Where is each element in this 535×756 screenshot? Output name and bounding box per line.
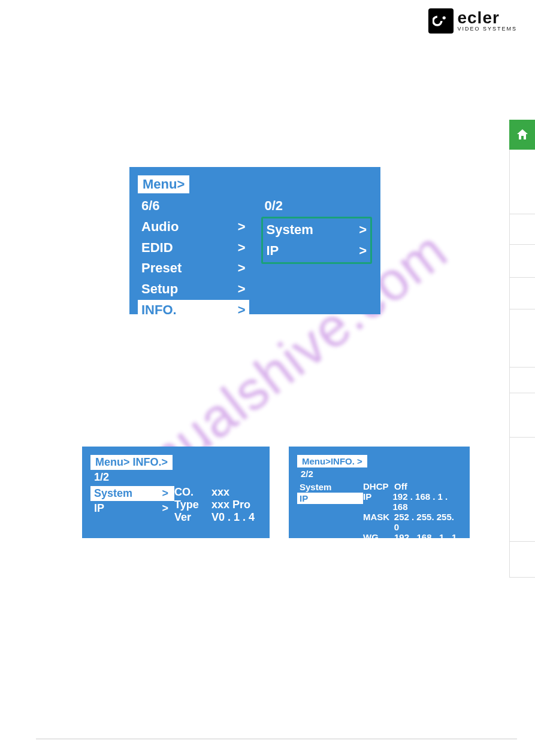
side-tab[interactable] xyxy=(509,368,535,393)
info-row-ip: IP192 . 168 . 1 . 168 xyxy=(363,491,461,512)
chevron-right-icon: > xyxy=(238,280,246,299)
highlight-box: System> IP> xyxy=(261,217,373,265)
menu-counter: 6/6 xyxy=(138,196,249,217)
home-icon xyxy=(515,127,530,142)
menu-item-ip[interactable]: IP xyxy=(297,493,363,504)
breadcrumb: Menu> xyxy=(138,175,189,193)
info-row-co: CO.xxx xyxy=(174,486,261,499)
info-row-dhcp: DHCPOff xyxy=(363,481,461,491)
home-tab[interactable] xyxy=(509,120,535,150)
brand-name: ecler xyxy=(457,10,517,25)
side-tab[interactable] xyxy=(509,393,535,438)
side-tab[interactable] xyxy=(509,542,535,578)
chevron-right-icon: > xyxy=(238,239,246,257)
chevron-right-icon: > xyxy=(238,301,246,320)
menu-counter: 2/2 xyxy=(297,467,461,480)
menu-item-preset[interactable]: Preset> xyxy=(138,258,249,279)
menu-screenshot-top: Menu> 6/6 Audio> EDID> Preset> Setup> IN… xyxy=(129,167,380,314)
brand-subtitle: VIDEO SYSTEMS xyxy=(457,26,517,32)
info-row-mac: MAC0008-DC40-7454 xyxy=(363,542,461,563)
menu-left-column: 6/6 Audio> EDID> Preset> Setup> INFO.> xyxy=(138,196,249,321)
chevron-right-icon: > xyxy=(238,259,246,278)
menu-screenshot-ip: Menu>INFO. > 2/2 System IP DHCPOff IP192… xyxy=(289,447,470,538)
chevron-right-icon: > xyxy=(359,221,367,239)
menu-counter: 1/2 xyxy=(90,470,261,485)
page: ecler VIDEO SYSTEMS manualshive.com Menu… xyxy=(0,0,535,756)
side-tab[interactable] xyxy=(509,278,535,309)
logo-mark-icon xyxy=(428,8,454,34)
menu-item-edid[interactable]: EDID> xyxy=(138,238,249,259)
menu-item-audio[interactable]: Audio> xyxy=(138,217,249,238)
info-row-mask: MASK252 . 255. 255. 0 xyxy=(363,512,461,532)
menu-right-column: 0/2 System> IP> xyxy=(261,196,373,321)
chevron-right-icon: > xyxy=(359,242,367,260)
side-tab[interactable] xyxy=(509,214,535,245)
side-tab[interactable] xyxy=(509,309,535,368)
chevron-right-icon: > xyxy=(238,218,246,236)
info-row-type: Typexxx Pro xyxy=(174,499,261,511)
menu-item-system[interactable]: System xyxy=(297,481,363,493)
menu-item-ip[interactable]: IP> xyxy=(263,241,371,262)
logo-text: ecler VIDEO SYSTEMS xyxy=(457,10,517,31)
info-row-wg: WG192 . 168 . 1 . 1 xyxy=(363,532,461,542)
brand-logo: ecler VIDEO SYSTEMS xyxy=(428,8,517,34)
side-tab[interactable] xyxy=(509,150,535,214)
menu-item-setup[interactable]: Setup> xyxy=(138,279,249,300)
chevron-right-icon: > xyxy=(162,487,168,500)
breadcrumb: Menu> INFO.> xyxy=(90,455,173,470)
info-row-ver: VerV0 . 1 . 4 xyxy=(174,511,261,524)
menu-counter: 0/2 xyxy=(261,196,373,217)
page-side-tabs xyxy=(509,120,535,578)
menu-item-info[interactable]: INFO.> xyxy=(138,300,249,321)
breadcrumb: Menu>INFO. > xyxy=(297,455,367,467)
svg-point-0 xyxy=(443,16,446,19)
footer-rule xyxy=(36,739,517,739)
side-tab[interactable] xyxy=(509,245,535,278)
menu-item-system[interactable]: System> xyxy=(263,220,371,241)
chevron-right-icon: > xyxy=(162,502,168,515)
menu-item-system[interactable]: System> xyxy=(90,486,174,501)
side-tab[interactable] xyxy=(509,438,535,542)
menu-item-ip[interactable]: IP> xyxy=(90,501,174,516)
menu-screenshot-system: Menu> INFO.> 1/2 System> IP> CO.xxx Type… xyxy=(82,447,270,538)
